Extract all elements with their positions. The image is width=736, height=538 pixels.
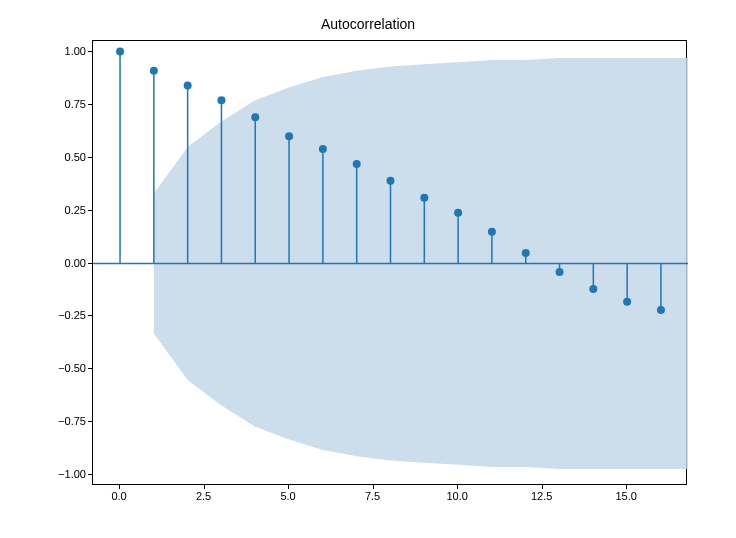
acf-marker <box>420 194 428 202</box>
plot-area <box>92 40 687 485</box>
acf-marker <box>116 48 124 56</box>
acf-marker <box>184 82 192 90</box>
y-tick-mark <box>88 368 92 369</box>
y-tick-label: −1.00 <box>36 468 86 480</box>
acf-marker <box>488 228 496 236</box>
acf-marker <box>251 113 259 121</box>
x-tick-label: 7.5 <box>365 490 380 502</box>
x-tick-label: 12.5 <box>531 490 552 502</box>
x-tick-mark <box>119 485 120 489</box>
y-tick-mark <box>88 104 92 105</box>
y-tick-mark <box>88 51 92 52</box>
acf-marker <box>454 209 462 217</box>
y-tick-label: −0.75 <box>36 415 86 427</box>
y-tick-label: −0.25 <box>36 309 86 321</box>
acf-marker <box>353 160 361 168</box>
x-tick-label: 2.5 <box>196 490 211 502</box>
acf-marker <box>387 177 395 185</box>
x-tick-label: 5.0 <box>280 490 295 502</box>
y-tick-label: 0.00 <box>36 257 86 269</box>
plot-svg <box>93 41 688 486</box>
y-tick-mark <box>88 263 92 264</box>
chart-title: Autocorrelation <box>0 16 736 32</box>
x-tick-label: 0.0 <box>111 490 126 502</box>
acf-marker <box>589 285 597 293</box>
autocorrelation-chart: Autocorrelation −1.00−0.75−0.50−0.250.00… <box>0 0 736 538</box>
x-tick-mark <box>204 485 205 489</box>
y-tick-label: 0.75 <box>36 98 86 110</box>
x-tick-mark <box>626 485 627 489</box>
y-tick-label: −0.50 <box>36 362 86 374</box>
acf-marker <box>285 132 293 140</box>
y-tick-mark <box>88 474 92 475</box>
acf-marker <box>522 249 530 257</box>
x-tick-mark <box>288 485 289 489</box>
acf-marker <box>556 268 564 276</box>
x-tick-label: 10.0 <box>446 490 467 502</box>
acf-marker <box>217 96 225 104</box>
y-tick-label: 0.50 <box>36 151 86 163</box>
y-tick-label: 0.25 <box>36 204 86 216</box>
x-tick-mark <box>457 485 458 489</box>
x-tick-mark <box>542 485 543 489</box>
y-tick-mark <box>88 157 92 158</box>
y-tick-label: 1.00 <box>36 45 86 57</box>
acf-marker <box>657 306 665 314</box>
x-tick-mark <box>373 485 374 489</box>
acf-marker <box>319 145 327 153</box>
y-tick-mark <box>88 210 92 211</box>
y-tick-mark <box>88 315 92 316</box>
y-tick-mark <box>88 421 92 422</box>
acf-marker <box>623 298 631 306</box>
x-tick-label: 15.0 <box>615 490 636 502</box>
acf-marker <box>150 67 158 75</box>
